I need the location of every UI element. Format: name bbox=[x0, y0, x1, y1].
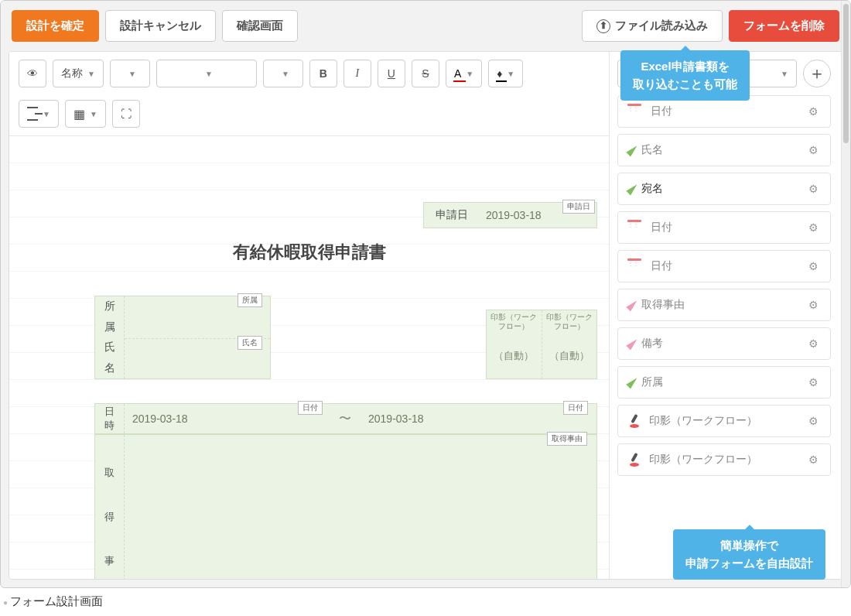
gear-icon[interactable]: ⚙ bbox=[805, 375, 821, 390]
field-item-9[interactable]: 印影（ワークフロー）⚙ bbox=[617, 443, 831, 476]
gear-icon[interactable]: ⚙ bbox=[805, 452, 821, 467]
font-family-dropdown[interactable]: ▼ bbox=[110, 60, 150, 87]
gear-icon[interactable]: ⚙ bbox=[805, 142, 821, 158]
field-item-label: 所属 bbox=[641, 375, 798, 389]
merge-cells-button[interactable] bbox=[112, 100, 140, 128]
italic-button[interactable]: I bbox=[343, 60, 371, 87]
visibility-toggle-button[interactable] bbox=[19, 60, 46, 87]
underline-button[interactable]: U bbox=[378, 60, 405, 87]
font-color-button[interactable]: A▼ bbox=[446, 60, 482, 87]
pencilg-icon bbox=[626, 376, 639, 389]
top-action-bar: 設計を確定 設計キャンセル 確認画面 ファイル読み込み フォームを削除 bbox=[1, 1, 850, 51]
field-item-8[interactable]: 印影（ワークフロー）⚙ bbox=[617, 405, 831, 437]
pencilg-icon bbox=[626, 183, 639, 196]
pencilp-icon bbox=[626, 299, 639, 312]
gear-icon[interactable]: ⚙ bbox=[805, 413, 821, 429]
vertical-scrollbar[interactable] bbox=[841, 51, 842, 580]
callout-easy-design: 簡単操作で 申請フォームを自由設計 bbox=[673, 529, 825, 580]
field-item-4[interactable]: 日付⚙ bbox=[617, 250, 831, 282]
strikethrough-button[interactable]: S bbox=[412, 60, 439, 87]
date-range-separator: 〜 bbox=[330, 411, 361, 427]
form-canvas[interactable]: 申請日 2019-03-18 申請日 有給休暇取得申請書 所 属 氏 名 bbox=[9, 136, 609, 579]
cal-icon bbox=[627, 104, 643, 119]
field-item-5[interactable]: 取得事由⚙ bbox=[617, 289, 831, 321]
gear-icon[interactable]: ⚙ bbox=[805, 258, 821, 274]
cancel-design-button[interactable]: 設計キャンセル bbox=[105, 10, 216, 42]
field-palette-sidebar: ▼ ＋ 日付⚙氏名⚙宛名⚙日付⚙日付⚙取得事由⚙備考⚙所属⚙印影（ワークフロー）… bbox=[610, 52, 842, 579]
confirm-design-button[interactable]: 設計を確定 bbox=[12, 10, 99, 42]
figure-caption: フォーム設計画面 bbox=[0, 588, 851, 609]
stamp-icon bbox=[627, 414, 641, 428]
field-list: 日付⚙氏名⚙宛名⚙日付⚙日付⚙取得事由⚙備考⚙所属⚙印影（ワークフロー）⚙印影（… bbox=[617, 95, 831, 482]
add-field-button[interactable]: ＋ bbox=[803, 60, 831, 87]
field-item-1[interactable]: 氏名⚙ bbox=[617, 134, 831, 166]
gear-icon[interactable]: ⚙ bbox=[805, 104, 821, 119]
field-date-range[interactable]: 日 時 2019-03-18 〜 2019-03-18 bbox=[94, 403, 597, 434]
stamp2-label: 印影（ワークフロー） bbox=[542, 310, 597, 334]
field-item-label: 宛名 bbox=[641, 182, 798, 196]
field-item-3[interactable]: 日付⚙ bbox=[617, 211, 831, 244]
field-item-label: 取得事由 bbox=[641, 298, 798, 312]
preview-button[interactable]: 確認画面 bbox=[222, 10, 298, 42]
gear-icon[interactable]: ⚙ bbox=[805, 297, 821, 313]
borders-button[interactable]: ▼ bbox=[65, 100, 106, 128]
field-item-label: 備考 bbox=[641, 337, 798, 351]
application-date-label: 申請日 bbox=[424, 208, 480, 222]
name-dropdown-label: 名称 bbox=[61, 67, 83, 80]
cal-icon bbox=[627, 258, 643, 274]
field-item-2[interactable]: 宛名⚙ bbox=[617, 173, 831, 205]
field-stamps[interactable]: 印影（ワークフロー） （自動） 印影（ワークフロー） （自動） bbox=[486, 310, 597, 379]
tag-date-to: 日付 bbox=[563, 401, 588, 415]
pencilp-icon bbox=[626, 337, 639, 351]
callout-excel-import: Excel申請書類を 取り込むことも可能 bbox=[620, 50, 750, 101]
stamp2-value: （自動） bbox=[542, 334, 597, 378]
tag-name: 氏名 bbox=[238, 336, 262, 350]
bold-button[interactable]: B bbox=[309, 60, 337, 87]
font-size-dropdown[interactable]: ▼ bbox=[263, 60, 303, 87]
field-item-label: 氏名 bbox=[641, 143, 798, 157]
app-window: 設計を確定 設計キャンセル 確認画面 ファイル読み込み フォームを削除 名称▼ … bbox=[0, 0, 851, 588]
cal-icon bbox=[627, 220, 643, 235]
vertical-align-button[interactable]: ▼ bbox=[19, 100, 59, 128]
stamp1-value: （自動） bbox=[487, 334, 542, 378]
format-toolbar: 名称▼ ▼ ▼ ▼ B I U S A▼ ♦▼ ▼ ▼ bbox=[9, 52, 609, 136]
field-item-label: 日付 bbox=[651, 104, 798, 118]
delete-form-button[interactable]: フォームを削除 bbox=[729, 10, 839, 42]
field-item-label: 印影（ワークフロー） bbox=[649, 414, 798, 428]
tag-application-date: 申請日 bbox=[562, 200, 595, 214]
pencilg-icon bbox=[626, 144, 639, 157]
file-import-button[interactable]: ファイル読み込み bbox=[582, 10, 723, 42]
field-item-label: 日付 bbox=[651, 221, 798, 234]
field-item-7[interactable]: 所属⚙ bbox=[617, 366, 831, 399]
tag-affiliation: 所属 bbox=[238, 293, 262, 307]
field-reason[interactable]: 取 得 事 由 bbox=[94, 434, 597, 579]
field-item-6[interactable]: 備考⚙ bbox=[617, 327, 831, 360]
canvas-column: 名称▼ ▼ ▼ ▼ B I U S A▼ ♦▼ ▼ ▼ 申請 bbox=[9, 52, 610, 579]
stamp1-label: 印影（ワークフロー） bbox=[487, 310, 542, 334]
tag-date-from: 日付 bbox=[298, 401, 323, 415]
date-to-value: 2019-03-18 bbox=[361, 412, 566, 425]
field-item-label: 印影（ワークフロー） bbox=[649, 453, 798, 467]
editor-area: 名称▼ ▼ ▼ ▼ B I U S A▼ ♦▼ ▼ ▼ 申請 bbox=[9, 51, 842, 580]
font-style-dropdown[interactable]: ▼ bbox=[156, 60, 257, 87]
gear-icon[interactable]: ⚙ bbox=[805, 336, 821, 351]
tag-reason: 取得事由 bbox=[547, 432, 587, 446]
form-title: 有給休暇取得申請書 bbox=[9, 241, 609, 264]
gear-icon[interactable]: ⚙ bbox=[805, 181, 821, 197]
field-item-label: 日付 bbox=[651, 259, 798, 273]
gear-icon[interactable]: ⚙ bbox=[805, 220, 821, 235]
fill-color-button[interactable]: ♦▼ bbox=[488, 60, 523, 87]
name-dropdown[interactable]: 名称▼ bbox=[53, 60, 104, 87]
stamp-icon bbox=[627, 453, 641, 467]
